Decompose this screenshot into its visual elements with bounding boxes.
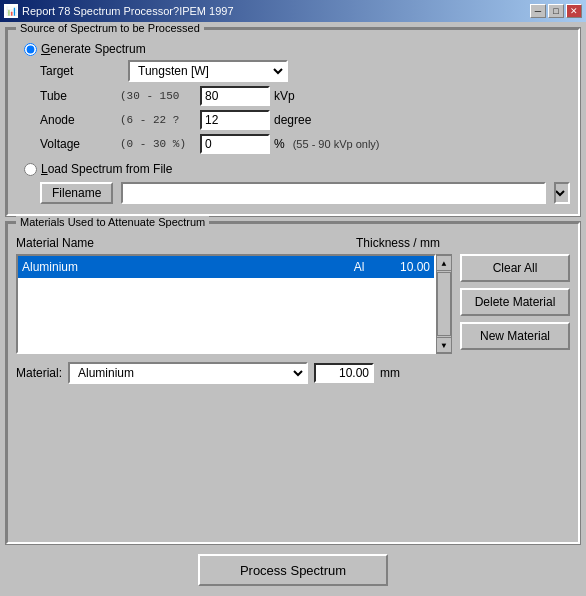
list-item[interactable]: Aluminium Al 10.00 [18,256,434,278]
thickness-unit: mm [380,366,400,380]
anode-input[interactable] [200,110,270,130]
anode-unit: degree [274,113,311,127]
minimize-button[interactable]: ─ [530,4,546,18]
load-label-l: L [41,162,48,176]
voltage-label: Voltage [40,137,120,151]
tube-unit: kVp [274,89,295,103]
list-scrollbar[interactable]: ▲ ▼ [436,254,452,354]
generate-radio[interactable] [24,43,37,56]
process-spectrum-button[interactable]: Process Spectrum [198,554,388,586]
voltage-input[interactable] [200,134,270,154]
source-group-title: Source of Spectrum to be Processed [16,22,204,34]
filename-input[interactable] [121,182,546,204]
filename-dropdown[interactable] [554,182,570,204]
materials-list: Aluminium Al 10.00 [16,254,436,354]
col-name-header: Material Name [16,236,94,250]
window-title: Report 78 Spectrum Processor?IPEM 1997 [22,5,234,17]
close-button[interactable]: ✕ [566,4,582,18]
generate-label-g: G [41,42,50,56]
material-label: Material: [16,366,62,380]
list-item-symbol: Al [339,260,379,274]
new-material-button[interactable]: New Material [460,322,570,350]
materials-group-title: Materials Used to Attenuate Spectrum [16,216,209,228]
load-radio-label: Load Spectrum from File [41,162,172,176]
target-label: Target [40,64,120,78]
anode-label: Anode [40,113,120,127]
tube-range: (30 - 150 [120,90,200,102]
materials-group: Materials Used to Attenuate Spectrum Mat… [6,222,580,544]
app-icon: 📊 [4,4,18,18]
delete-material-button[interactable]: Delete Material [460,288,570,316]
material-dropdown[interactable]: Aluminium Copper Lead Iron [68,362,308,384]
scroll-thumb[interactable] [437,272,451,336]
thickness-input[interactable] [314,363,374,383]
filename-button[interactable]: Filename [40,182,113,204]
target-dropdown[interactable]: Tungsten [W] Molybdenum [Mo] Rhodium [Rh… [128,60,288,82]
generate-radio-label: Generate Spectrum [41,42,146,56]
scroll-up-arrow[interactable]: ▲ [436,255,452,271]
source-group: Source of Spectrum to be Processed Gener… [6,28,580,216]
maximize-button[interactable]: □ [548,4,564,18]
voltage-range: (0 - 30 %) [120,138,200,150]
tube-input[interactable] [200,86,270,106]
load-radio[interactable] [24,163,37,176]
tube-label: Tube [40,89,120,103]
list-item-thickness: 10.00 [379,260,434,274]
list-item-name: Aluminium [18,260,339,274]
anode-range: (6 - 22 ? [120,114,200,126]
voltage-unit: % [274,137,285,151]
voltage-note: (55 - 90 kVp only) [293,138,380,150]
scroll-down-arrow[interactable]: ▼ [436,337,452,353]
clear-all-button[interactable]: Clear All [460,254,570,282]
title-bar: 📊 Report 78 Spectrum Processor?IPEM 1997… [0,0,586,22]
col-thickness-header: Thickness / mm [356,236,440,250]
